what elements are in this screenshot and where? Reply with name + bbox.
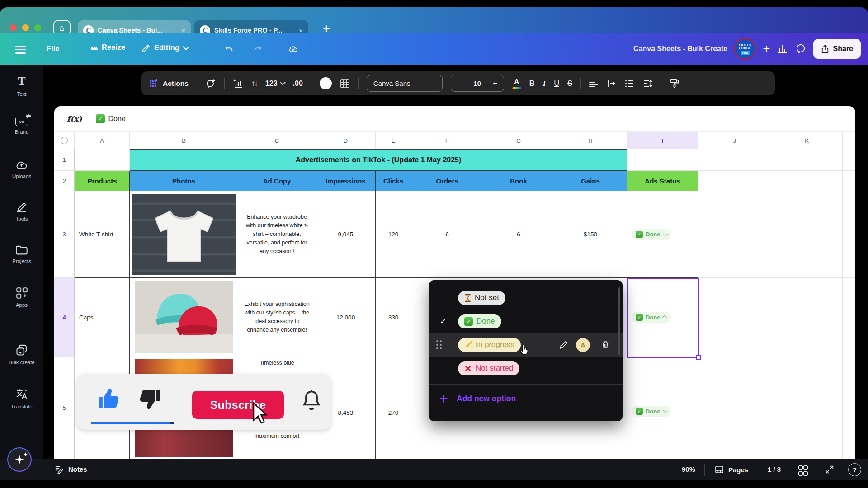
- sidebar-item-tools[interactable]: Tools: [0, 201, 43, 221]
- edit-option-button[interactable]: [559, 340, 568, 350]
- cell-J4[interactable]: [698, 278, 771, 357]
- sidebar-item-bulk-create[interactable]: Bulk create: [0, 344, 43, 365]
- cell-E4-clicks[interactable]: 330: [376, 278, 411, 357]
- actions-button[interactable]: Actions: [149, 79, 189, 88]
- grid-view-button[interactable]: [798, 465, 807, 476]
- row-header-5[interactable]: 5: [54, 357, 75, 459]
- status-badge[interactable]: ✓ Done: [632, 229, 671, 240]
- strikethrough-button[interactable]: S: [567, 79, 572, 88]
- insights-button[interactable]: [777, 43, 788, 54]
- option-done-selected[interactable]: ✓ ✓ Done: [429, 310, 623, 333]
- list-button[interactable]: [624, 79, 634, 89]
- indent-button[interactable]: [606, 79, 616, 89]
- thumbs-up-icon[interactable]: [97, 387, 123, 410]
- drag-handle-icon[interactable]: [436, 340, 442, 349]
- col-header-B[interactable]: B: [130, 132, 238, 149]
- fullscreen-button[interactable]: [825, 465, 835, 474]
- cell-J5[interactable]: [698, 357, 771, 459]
- line-spacing-button[interactable]: [642, 79, 653, 89]
- delete-option-button[interactable]: [601, 340, 610, 349]
- option-not-set[interactable]: Not set: [429, 286, 623, 310]
- fill-handle[interactable]: [696, 355, 701, 360]
- window-close-button[interactable]: [10, 24, 17, 31]
- cell-C3-adcopy[interactable]: Enhance your wardrobe with our timeless …: [238, 191, 316, 278]
- row-header-2[interactable]: 2: [54, 171, 75, 191]
- cell-E5-clicks[interactable]: 270: [376, 357, 411, 459]
- document-title[interactable]: Canva Sheets - Bulk Create: [633, 45, 727, 53]
- cell-K1[interactable]: [771, 149, 843, 171]
- fill-color-swatch[interactable]: [320, 77, 332, 89]
- in-progress-pill[interactable]: In progress: [458, 338, 521, 352]
- decimal-places-button[interactable]: .00: [293, 80, 303, 88]
- col-header-C[interactable]: C: [238, 132, 316, 149]
- cell-A1[interactable]: [75, 149, 130, 171]
- menu-scrollbar[interactable]: [618, 287, 620, 355]
- cell-A2[interactable]: Products: [75, 171, 130, 191]
- cell-B2[interactable]: Photos: [130, 171, 238, 191]
- subscribe-button[interactable]: Subscribe: [192, 391, 284, 419]
- bell-icon[interactable]: [300, 389, 323, 414]
- row-header-3[interactable]: 3: [54, 191, 75, 278]
- italic-button[interactable]: I: [543, 79, 546, 88]
- col-header-H[interactable]: H: [554, 132, 627, 149]
- done-pill[interactable]: ✓ Done: [458, 314, 501, 328]
- sidebar-item-projects[interactable]: Projects: [0, 244, 43, 264]
- col-header-D[interactable]: D: [316, 132, 376, 149]
- col-header-A[interactable]: A: [75, 132, 130, 149]
- cell-K4[interactable]: [771, 278, 843, 357]
- select-all-corner[interactable]: [54, 132, 75, 149]
- thumbs-down-icon[interactable]: [136, 388, 161, 411]
- font-size-value[interactable]: 10: [473, 80, 481, 88]
- resize-button[interactable]: Resize: [90, 43, 125, 52]
- font-family-selector[interactable]: Canva Sans: [367, 75, 443, 92]
- text-color-button[interactable]: A: [512, 78, 521, 89]
- cell-K5[interactable]: [771, 357, 843, 459]
- sidebar-item-translate[interactable]: Translate: [0, 388, 43, 409]
- cell-I5-status[interactable]: ✓ Done: [627, 357, 698, 459]
- cell-E2[interactable]: Clicks: [376, 171, 411, 191]
- option-not-started[interactable]: Not started: [429, 357, 623, 380]
- status-badge[interactable]: ✓ Done: [632, 406, 671, 417]
- cell-B3-photo[interactable]: [130, 191, 238, 278]
- cell-J2[interactable]: [698, 171, 771, 191]
- add-member-button[interactable]: +: [763, 42, 770, 56]
- formula-bar[interactable]: f(x) ✓ Done: [54, 106, 855, 132]
- cell-D3-impressions[interactable]: 9,045: [316, 191, 376, 278]
- sidebar-item-brand[interactable]: co Brand: [0, 117, 43, 135]
- pages-button[interactable]: Pages: [714, 465, 748, 474]
- borders-button[interactable]: [340, 79, 350, 89]
- sort-button[interactable]: ↑↓: [251, 79, 257, 88]
- col-header-I[interactable]: I: [627, 132, 698, 149]
- assignee-avatar[interactable]: A: [576, 338, 590, 352]
- comment-add-button[interactable]: [205, 78, 216, 89]
- col-header-F[interactable]: F: [411, 132, 483, 149]
- col-header-G[interactable]: G: [483, 132, 554, 149]
- increase-font-button[interactable]: +: [493, 79, 497, 88]
- not-set-pill[interactable]: Not set: [458, 291, 505, 305]
- align-button[interactable]: [589, 79, 598, 89]
- magic-chart-button[interactable]: [233, 78, 243, 89]
- format-painter-button[interactable]: [670, 78, 680, 89]
- cell-H2[interactable]: Gains: [554, 171, 627, 191]
- col-header-E[interactable]: E: [376, 132, 411, 149]
- bold-button[interactable]: B: [529, 79, 535, 88]
- cell-H3-gains[interactable]: $150: [554, 191, 627, 278]
- cell-I2[interactable]: Ads Status: [627, 171, 698, 191]
- col-header-J[interactable]: J: [698, 132, 771, 149]
- window-zoom-button[interactable]: [34, 24, 41, 31]
- cell-I3-status[interactable]: ✓ Done: [627, 191, 698, 278]
- cell-G3-book[interactable]: 6: [483, 191, 554, 278]
- hamburger-menu-icon[interactable]: [15, 44, 26, 56]
- cell-C4-adcopy[interactable]: Exhibit your sophistication with our sty…: [238, 278, 316, 357]
- cell-E3-clicks[interactable]: 120: [376, 191, 411, 278]
- cell-B4-photo[interactable]: [130, 278, 238, 357]
- sidebar-item-apps[interactable]: Apps: [0, 287, 43, 308]
- editing-mode-dropdown[interactable]: Editing: [141, 43, 189, 52]
- cell-D2[interactable]: Impressions: [316, 171, 376, 191]
- help-button[interactable]: ?: [848, 463, 861, 476]
- cell-A3-product[interactable]: White T-shirt: [75, 191, 130, 278]
- notes-button[interactable]: Notes: [54, 465, 87, 474]
- cell-K3[interactable]: [771, 191, 843, 278]
- option-in-progress-hovered[interactable]: In progress A: [429, 333, 623, 357]
- cell-K2[interactable]: [771, 171, 843, 191]
